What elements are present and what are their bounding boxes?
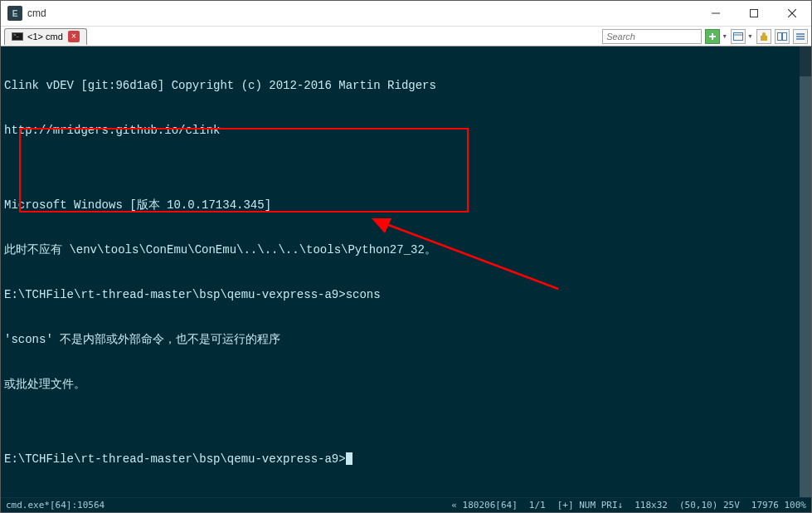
- close-icon: [788, 9, 796, 17]
- svg-marker-14: [372, 218, 391, 233]
- lock-icon: [760, 32, 768, 42]
- layout-dropdown[interactable]: ▼: [747, 33, 753, 39]
- output-line: http://mridgers.github.io/clink: [4, 123, 808, 138]
- scrollbar-thumb[interactable]: [800, 76, 811, 497]
- status-right: « 180206[64] 1/1 [+] NUM PRI↓ 118x32 (50…: [451, 500, 806, 511]
- layout-button[interactable]: [731, 29, 746, 44]
- statusbar: cmd.exe*[64]:10564 « 180206[64] 1/1 [+] …: [1, 497, 811, 512]
- cursor: [346, 452, 353, 465]
- plus-icon: [708, 32, 717, 41]
- window-controls: [697, 1, 811, 27]
- svg-rect-9: [783, 32, 787, 40]
- new-tab-button[interactable]: [705, 29, 720, 44]
- tab-label: <1> cmd: [27, 32, 63, 42]
- window-title: cmd: [27, 7, 697, 19]
- maximize-icon: [750, 9, 758, 17]
- menu-button[interactable]: [793, 29, 808, 44]
- titlebar[interactable]: E cmd: [1, 1, 811, 27]
- status-size: 118x32: [635, 500, 668, 511]
- toolbar-right: ▼ ▼: [602, 29, 808, 44]
- svg-rect-1: [751, 10, 758, 17]
- prompt-line: E:\TCHFile\rt-thread-master\bsp\qemu-vex…: [4, 452, 808, 467]
- toolbar: <1> cmd × ▼ ▼: [1, 27, 811, 46]
- tab-close-button[interactable]: ×: [68, 31, 80, 42]
- output-line: 或批处理文件。: [4, 377, 808, 392]
- close-button[interactable]: [773, 1, 811, 27]
- app-icon: E: [7, 6, 22, 21]
- maximize-button[interactable]: [735, 1, 773, 27]
- window-root: E cmd <1> cmd × ▼: [0, 0, 812, 513]
- status-cursor: (50,10) 25V: [679, 500, 740, 511]
- scrollbar[interactable]: [800, 46, 811, 497]
- output-line: Clink vDEV [git:96d1a6] Copyright (c) 20…: [4, 78, 808, 93]
- output-line: E:\TCHFile\rt-thread-master\bsp\qemu-vex…: [4, 287, 808, 302]
- split-icon: [777, 32, 787, 41]
- tab-cmd[interactable]: <1> cmd ×: [4, 28, 87, 45]
- new-tab-dropdown[interactable]: ▼: [722, 33, 727, 39]
- split-button[interactable]: [775, 29, 790, 44]
- layout-icon: [733, 32, 743, 41]
- status-zoom: 17976 100%: [751, 500, 806, 511]
- status-process: cmd.exe*[64]:10564: [6, 500, 451, 511]
- hamburger-icon: [796, 32, 805, 41]
- minimize-button[interactable]: [697, 1, 735, 27]
- svg-rect-8: [778, 32, 782, 40]
- status-line: 1/1: [529, 500, 546, 511]
- lock-button[interactable]: [756, 29, 771, 44]
- status-caps: [+] NUM PRI↓: [557, 500, 623, 511]
- output-line: 此时不应有 \env\tools\ConEmu\ConEmu\..\..\..\…: [4, 242, 808, 257]
- minimize-icon: [712, 9, 720, 17]
- tab-console-icon: [12, 32, 23, 41]
- output-line: 'scons' 不是内部或外部命令，也不是可运行的程序: [4, 332, 808, 347]
- output-line: Microsoft Windows [版本 10.0.17134.345]: [4, 198, 808, 213]
- terminal[interactable]: Clink vDEV [git:96d1a6] Copyright (c) 20…: [1, 46, 811, 497]
- search-input[interactable]: [602, 29, 702, 44]
- status-encoding: « 180206[64]: [451, 500, 517, 511]
- prompt-text: E:\TCHFile\rt-thread-master\bsp\qemu-vex…: [4, 452, 346, 466]
- svg-rect-6: [734, 32, 743, 40]
